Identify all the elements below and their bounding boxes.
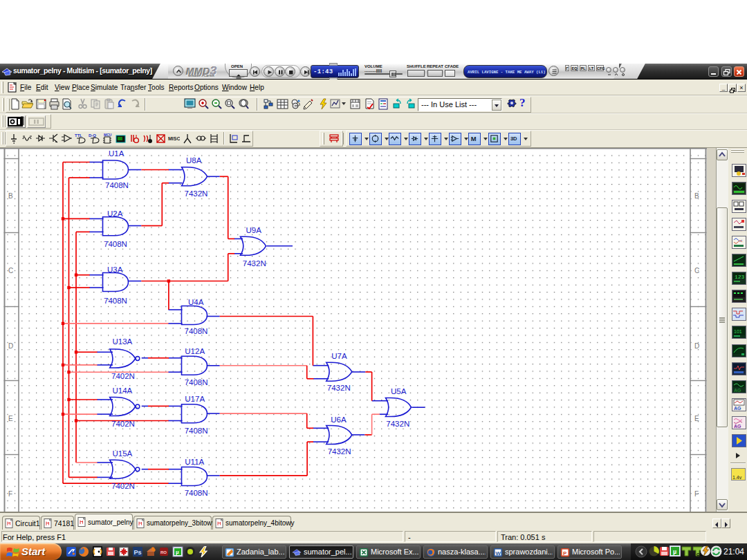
svg-text:7408N: 7408N — [185, 327, 208, 335]
svg-text:µ: µ — [673, 548, 676, 555]
svg-text:7432N: 7432N — [328, 447, 351, 456]
svg-text:7402N: 7402N — [111, 372, 135, 380]
svg-text:D: D — [8, 342, 13, 350]
svg-text:Ps: Ps — [134, 549, 142, 556]
svg-text:AG: AG — [734, 406, 741, 411]
svg-text:TTL: TTL — [75, 133, 82, 138]
svg-text:C: C — [8, 267, 13, 274]
svg-text:7408N: 7408N — [104, 297, 127, 305]
svg-text:F: F — [8, 490, 12, 498]
svg-text:B: B — [8, 192, 13, 200]
svg-text:E: E — [694, 415, 699, 422]
svg-text:7402N: 7402N — [111, 482, 135, 490]
svg-text:D-Q: D-Q — [89, 133, 96, 138]
svg-text:C: C — [694, 267, 699, 274]
svg-text:U11A: U11A — [185, 458, 204, 466]
svg-text:U5A: U5A — [391, 387, 407, 395]
svg-text:7432N: 7432N — [243, 259, 266, 268]
svg-text:3D: 3D — [510, 136, 517, 142]
svg-text:U15A: U15A — [113, 449, 133, 458]
svg-text:W: W — [496, 550, 501, 557]
svg-text:MCU: MCU — [104, 133, 112, 137]
svg-text:U8A: U8A — [186, 156, 202, 165]
svg-text:U2A: U2A — [107, 209, 123, 218]
svg-text:7432N: 7432N — [185, 189, 208, 198]
svg-text:101: 101 — [734, 329, 742, 334]
svg-text:7432N: 7432N — [327, 384, 351, 392]
svg-text:U4A: U4A — [188, 298, 204, 306]
svg-text:7408N: 7408N — [185, 427, 208, 435]
svg-text:U13A: U13A — [113, 337, 133, 346]
svg-text:µ: µ — [176, 549, 179, 555]
svg-text:7408N: 7408N — [105, 181, 129, 189]
svg-text:U3A: U3A — [107, 265, 123, 274]
svg-text:D: D — [694, 342, 699, 350]
svg-text:RO: RO — [160, 550, 167, 554]
svg-text:AG: AG — [734, 388, 741, 393]
svg-text:U1A: U1A — [109, 149, 124, 158]
svg-text:U6A: U6A — [331, 416, 347, 424]
svg-text:7408N: 7408N — [185, 489, 208, 497]
svg-text:U7A: U7A — [331, 352, 347, 360]
svg-text:U14A: U14A — [113, 386, 133, 395]
svg-text:U12A: U12A — [185, 347, 205, 355]
svg-text:7432N: 7432N — [386, 420, 409, 428]
svg-text:P: P — [563, 550, 566, 557]
svg-text:MISC: MISC — [168, 136, 180, 141]
svg-text:F: F — [694, 490, 699, 498]
svg-text:U9A: U9A — [246, 226, 262, 234]
svg-text:123: 123 — [735, 274, 745, 280]
svg-text:7408N: 7408N — [104, 240, 127, 248]
svg-text:B: B — [694, 192, 699, 200]
svg-text:AG: AG — [734, 424, 741, 429]
svg-text:M: M — [471, 136, 477, 142]
svg-text:U17A: U17A — [185, 395, 205, 403]
svg-text:E: E — [8, 415, 13, 422]
svg-text:7408N: 7408N — [185, 378, 208, 386]
svg-text:7402N: 7402N — [111, 420, 135, 428]
